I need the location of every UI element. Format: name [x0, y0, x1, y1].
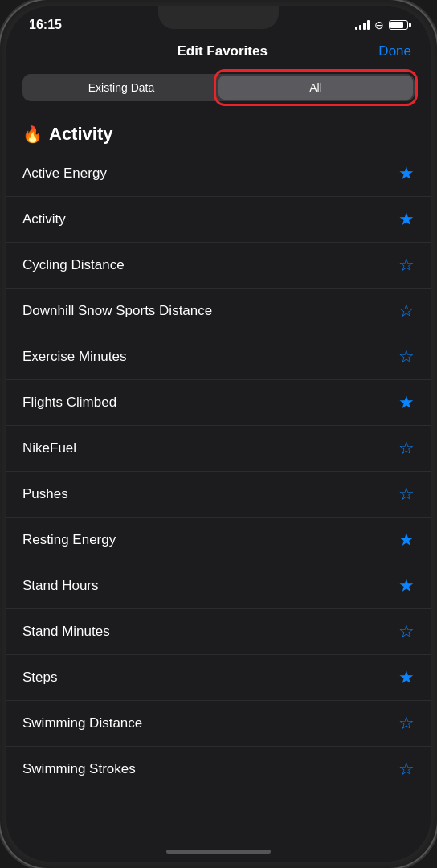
- battery-icon: [389, 20, 408, 30]
- list-item[interactable]: Resting Energy: [6, 518, 431, 563]
- star-filled-icon[interactable]: [398, 392, 415, 413]
- star-empty-icon[interactable]: [398, 759, 415, 780]
- item-label: NikeFuel: [22, 440, 76, 457]
- content-area[interactable]: 🔥 Activity Active EnergyActivityCycling …: [6, 114, 431, 862]
- star-filled-icon[interactable]: [398, 667, 415, 688]
- status-icons: ⊖: [355, 18, 408, 31]
- list-item[interactable]: NikeFuel: [6, 426, 431, 472]
- section-header: 🔥 Activity: [6, 114, 431, 151]
- navigation-bar: Edit Favorites Done: [6, 37, 431, 69]
- list-item[interactable]: Cycling Distance: [6, 243, 431, 289]
- item-label: Swimming Strokes: [22, 761, 136, 777]
- item-label: Stand Hours: [22, 578, 99, 594]
- item-label: Resting Energy: [22, 532, 116, 548]
- list-item[interactable]: Activity: [6, 197, 431, 243]
- item-label: Flights Climbed: [22, 395, 116, 411]
- item-label: Active Energy: [22, 166, 107, 182]
- done-button[interactable]: Done: [378, 43, 411, 59]
- list-item[interactable]: Active Energy: [6, 151, 431, 197]
- list-item[interactable]: Pushes: [6, 472, 431, 518]
- segment-all[interactable]: All: [218, 76, 413, 100]
- segment-control: Existing Data All: [22, 74, 415, 101]
- item-label: Stand Minutes: [22, 624, 110, 640]
- star-empty-icon[interactable]: [398, 713, 415, 734]
- list-item[interactable]: Stand Hours: [6, 563, 431, 609]
- activity-icon: 🔥: [22, 125, 43, 144]
- signal-icon: [355, 20, 370, 30]
- status-time: 16:15: [29, 18, 62, 32]
- item-label: Pushes: [22, 486, 68, 502]
- star-filled-icon[interactable]: [398, 163, 415, 184]
- wifi-icon: ⊖: [374, 18, 384, 31]
- star-filled-icon[interactable]: [398, 575, 415, 596]
- phone-frame: 16:15 ⊖ Edit Favorites Done: [0, 0, 437, 868]
- segment-existing-data[interactable]: Existing Data: [24, 76, 218, 100]
- list-item[interactable]: Stand Minutes: [6, 609, 431, 655]
- star-empty-icon[interactable]: [398, 255, 415, 276]
- item-label: Exercise Minutes: [22, 349, 126, 365]
- notch: [158, 6, 279, 29]
- list-container: Active EnergyActivityCycling DistanceDow…: [6, 151, 431, 792]
- star-empty-icon[interactable]: [398, 484, 415, 505]
- star-empty-icon[interactable]: [398, 438, 415, 459]
- section-title: Activity: [49, 124, 112, 145]
- star-empty-icon[interactable]: [398, 301, 415, 321]
- segment-container: Existing Data All: [6, 69, 431, 114]
- list-item[interactable]: Steps: [6, 655, 431, 701]
- star-empty-icon[interactable]: [398, 346, 415, 367]
- item-label: Downhill Snow Sports Distance: [22, 303, 212, 319]
- phone-screen: 16:15 ⊖ Edit Favorites Done: [6, 6, 431, 862]
- list-item[interactable]: Downhill Snow Sports Distance: [6, 289, 431, 334]
- item-label: Steps: [22, 669, 57, 686]
- star-filled-icon[interactable]: [398, 209, 415, 230]
- item-label: Swimming Distance: [22, 715, 142, 731]
- star-filled-icon[interactable]: [398, 530, 415, 551]
- list-item[interactable]: Swimming Strokes: [6, 747, 431, 792]
- star-empty-icon[interactable]: [398, 621, 415, 642]
- list-item[interactable]: Exercise Minutes: [6, 334, 431, 380]
- home-indicator: [166, 850, 271, 854]
- page-title: Edit Favorites: [66, 43, 378, 59]
- list-item[interactable]: Flights Climbed: [6, 380, 431, 426]
- item-label: Cycling Distance: [22, 257, 125, 273]
- list-item[interactable]: Swimming Distance: [6, 701, 431, 747]
- item-label: Activity: [22, 211, 66, 227]
